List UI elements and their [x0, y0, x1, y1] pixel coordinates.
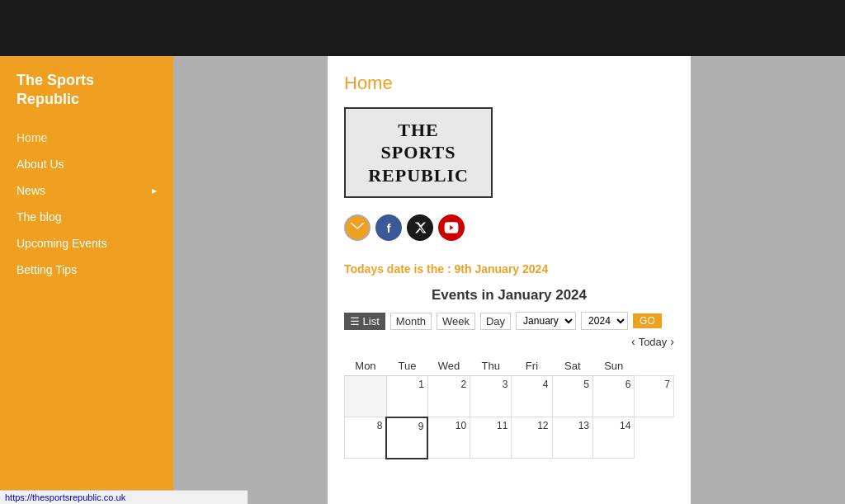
cal-month-select[interactable]: January — [516, 312, 576, 330]
sidebar-item-home[interactable]: Home — [0, 125, 173, 151]
cal-go-button[interactable]: GO — [633, 313, 662, 328]
col-sat: Sat — [552, 356, 592, 376]
cal-cell-12[interactable]: 12 — [512, 417, 552, 459]
social-row: f — [344, 214, 465, 241]
calendar-section: Events in January 2024 ☰ List Month Week… — [344, 287, 674, 459]
cal-view-month[interactable]: Month — [390, 313, 432, 330]
email-icon[interactable] — [344, 214, 371, 241]
cal-cell-9[interactable]: 9 — [386, 417, 427, 459]
col-wed: Wed — [427, 356, 470, 376]
col-tue: Tue — [386, 356, 427, 376]
main-layout: The Sports Republic Home About Us News T… — [0, 56, 845, 504]
cal-prev-button[interactable]: ‹ — [631, 335, 635, 348]
cal-cell-4[interactable]: 4 — [512, 376, 552, 417]
cal-view-day[interactable]: Day — [480, 313, 511, 330]
calendar-controls: ☰ List Month Week Day January 2024 GO ‹ … — [344, 312, 674, 348]
cal-cell-empty — [345, 376, 387, 417]
sidebar-nav: Home About Us News The blog Upcoming Eve… — [0, 125, 173, 283]
cal-cell-10[interactable]: 10 — [427, 417, 470, 459]
cal-cell-14[interactable]: 14 — [593, 417, 635, 459]
col-mon: Mon — [345, 356, 387, 376]
sidebar-item-about-us[interactable]: About Us — [0, 151, 173, 177]
col-sun: Sun — [593, 356, 635, 376]
today-date: Todays date is the : 9th January 2024 — [344, 262, 548, 276]
x-twitter-icon[interactable] — [407, 214, 433, 241]
cal-cell-8[interactable]: 8 — [345, 417, 387, 459]
page-title: Home — [344, 73, 674, 94]
sidebar-item-betting-tips[interactable]: Betting Tips — [0, 257, 173, 283]
cal-today-label[interactable]: Today — [639, 336, 668, 348]
table-row: 8 9 10 11 12 13 14 — [345, 417, 674, 459]
cal-next-button[interactable]: › — [670, 335, 674, 348]
cal-cell-6[interactable]: 6 — [593, 376, 635, 417]
status-bar: https://thesportsrepublic.co.uk — [0, 490, 248, 504]
cal-cell-1[interactable]: 1 — [386, 376, 427, 417]
cal-cell-11[interactable]: 11 — [470, 417, 512, 459]
logo-image: THE SPORTS REPUBLIC — [344, 107, 493, 198]
cal-cell-13[interactable]: 13 — [552, 417, 592, 459]
logo-line3: REPUBLIC — [368, 165, 469, 186]
col-fri: Fri — [512, 356, 552, 376]
calendar-title: Events in January 2024 — [344, 287, 674, 304]
top-bar — [0, 0, 845, 56]
cal-nav: ‹ Today › — [631, 335, 674, 348]
cal-view-week[interactable]: Week — [437, 313, 475, 330]
content-area: Home THE SPORTS REPUBLIC — [173, 56, 845, 504]
logo-line1: THE — [398, 120, 438, 140]
calendar-grid: Mon Tue Wed Thu Fri Sat Sun 1 — [344, 356, 674, 459]
table-row: 1 2 3 4 5 6 7 — [345, 376, 674, 417]
sidebar-item-upcoming-events[interactable]: Upcoming Events — [0, 230, 173, 257]
sidebar-title: The Sports Republic — [0, 56, 173, 125]
facebook-icon[interactable]: f — [375, 214, 402, 241]
cal-year-select[interactable]: 2024 — [581, 312, 628, 330]
status-url: https://thesportsrepublic.co.uk — [5, 492, 125, 502]
col-thu: Thu — [470, 356, 512, 376]
cal-cell-7[interactable]: 7 — [635, 376, 674, 417]
sidebar-item-the-blog[interactable]: The blog — [0, 204, 173, 230]
cal-cell-3[interactable]: 3 — [470, 376, 512, 417]
sidebar-item-news[interactable]: News — [0, 177, 173, 204]
content-panel: Home THE SPORTS REPUBLIC — [328, 56, 691, 504]
cal-cell-5[interactable]: 5 — [552, 376, 592, 417]
logo-text: THE SPORTS REPUBLIC — [368, 119, 469, 187]
cal-cell-2[interactable]: 2 — [427, 376, 470, 417]
logo-line2: SPORTS — [381, 142, 456, 163]
sidebar: The Sports Republic Home About Us News T… — [0, 56, 173, 504]
cal-view-list[interactable]: ☰ List — [344, 313, 385, 330]
youtube-icon[interactable] — [438, 214, 465, 241]
